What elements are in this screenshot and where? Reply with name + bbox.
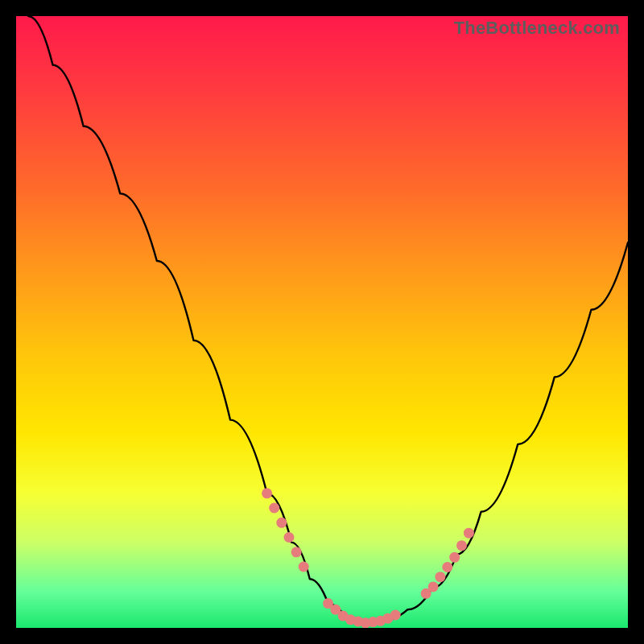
highlight-dot	[299, 562, 309, 572]
highlight-dots	[262, 488, 474, 628]
highlight-dot	[435, 572, 445, 582]
plot-area: TheBottleneck.com	[16, 16, 628, 628]
bottleneck-curve	[28, 16, 628, 623]
chart-frame: TheBottleneck.com	[0, 0, 644, 644]
highlight-dot	[276, 518, 287, 528]
highlight-dot	[390, 610, 401, 621]
highlight-dot	[428, 581, 439, 592]
highlight-dot	[291, 547, 302, 557]
highlight-dot	[442, 562, 452, 572]
highlight-dot	[456, 540, 467, 551]
highlight-dot	[449, 552, 460, 563]
highlight-dot	[284, 532, 295, 543]
highlight-dot	[269, 503, 279, 514]
highlight-dot	[262, 488, 272, 498]
curve-layer	[16, 16, 628, 628]
highlight-dot	[464, 528, 474, 539]
